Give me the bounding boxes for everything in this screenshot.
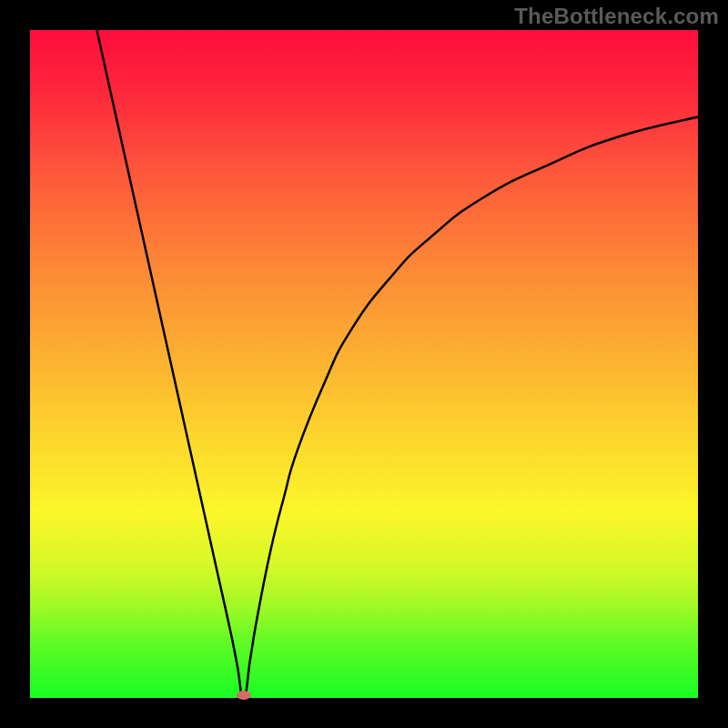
dip-marker [237, 691, 251, 700]
plot-area [30, 30, 698, 698]
chart-frame: TheBottleneck.com [0, 0, 728, 728]
watermark-text: TheBottleneck.com [514, 4, 719, 29]
curve-svg [30, 30, 698, 698]
bottleneck-curve [96, 30, 698, 698]
